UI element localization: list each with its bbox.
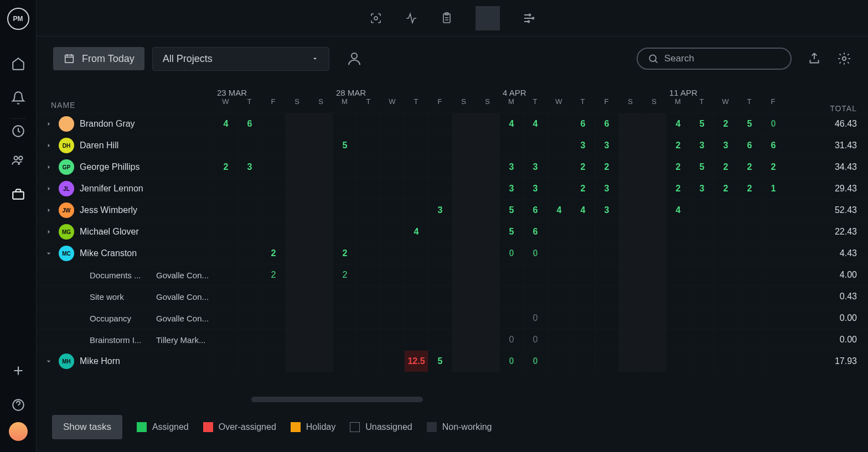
day-cell[interactable] xyxy=(737,264,761,286)
day-cell[interactable] xyxy=(618,308,642,329)
day-cell[interactable] xyxy=(214,243,237,264)
day-cell[interactable]: 4 xyxy=(666,200,690,221)
day-cell[interactable] xyxy=(237,200,261,221)
day-cell[interactable]: 6 xyxy=(523,200,547,221)
day-cell[interactable] xyxy=(571,221,595,243)
day-cell[interactable] xyxy=(428,243,452,264)
day-cell[interactable]: 4 xyxy=(404,221,428,243)
day-cell[interactable] xyxy=(333,351,356,372)
day-cell[interactable] xyxy=(237,329,261,351)
day-cell[interactable]: 3 xyxy=(523,178,547,200)
day-cell[interactable] xyxy=(404,329,428,351)
day-cell[interactable] xyxy=(380,157,404,178)
day-cell[interactable] xyxy=(452,308,476,329)
person-icon[interactable] xyxy=(346,50,363,67)
day-cell[interactable] xyxy=(428,113,452,135)
day-cell[interactable] xyxy=(428,221,452,243)
day-cell[interactable] xyxy=(261,308,285,329)
day-cell[interactable] xyxy=(737,221,761,243)
day-cell[interactable] xyxy=(714,200,737,221)
day-cell[interactable] xyxy=(309,351,333,372)
day-cell[interactable] xyxy=(309,200,333,221)
day-cell[interactable] xyxy=(714,308,737,329)
day-cell[interactable] xyxy=(666,286,690,308)
day-cell[interactable]: 5 xyxy=(499,221,523,243)
day-cell[interactable] xyxy=(380,135,404,157)
day-cell[interactable] xyxy=(309,243,333,264)
day-cell[interactable] xyxy=(737,329,761,351)
day-cell[interactable]: 2 xyxy=(666,178,690,200)
workload-icon[interactable] xyxy=(476,6,500,30)
day-cell[interactable] xyxy=(380,308,404,329)
person-name[interactable]: Jennifer Lennon xyxy=(80,184,143,194)
day-cell[interactable] xyxy=(404,135,428,157)
day-cell[interactable] xyxy=(595,329,618,351)
activity-icon[interactable] xyxy=(405,12,418,25)
person-name[interactable]: Michael Glover xyxy=(80,227,139,237)
day-cell[interactable] xyxy=(476,157,499,178)
day-cell[interactable] xyxy=(285,286,309,308)
day-cell[interactable] xyxy=(380,221,404,243)
day-cell[interactable] xyxy=(714,351,737,372)
day-cell[interactable] xyxy=(237,351,261,372)
day-cell[interactable] xyxy=(261,113,285,135)
day-cell[interactable] xyxy=(666,351,690,372)
day-cell[interactable] xyxy=(618,113,642,135)
help-icon[interactable] xyxy=(11,398,25,412)
day-cell[interactable] xyxy=(476,264,499,286)
day-cell[interactable] xyxy=(737,200,761,221)
day-cell[interactable] xyxy=(737,351,761,372)
day-cell[interactable] xyxy=(452,221,476,243)
day-cell[interactable]: 0 xyxy=(523,243,547,264)
day-cell[interactable] xyxy=(261,178,285,200)
day-cell[interactable] xyxy=(618,286,642,308)
day-cell[interactable]: 1 xyxy=(761,178,785,200)
day-cell[interactable]: 4 xyxy=(214,113,237,135)
day-cell[interactable] xyxy=(761,351,785,372)
day-cell[interactable] xyxy=(404,243,428,264)
day-cell[interactable] xyxy=(547,113,571,135)
day-cell[interactable] xyxy=(428,135,452,157)
day-cell[interactable] xyxy=(571,329,595,351)
day-cell[interactable] xyxy=(737,308,761,329)
day-cell[interactable]: 3 xyxy=(237,157,261,178)
day-cell[interactable] xyxy=(714,243,737,264)
day-cell[interactable] xyxy=(595,221,618,243)
day-cell[interactable] xyxy=(237,286,261,308)
day-cell[interactable] xyxy=(476,243,499,264)
day-cell[interactable] xyxy=(404,178,428,200)
gantt-icon[interactable] xyxy=(522,12,535,25)
day-cell[interactable] xyxy=(214,135,237,157)
day-cell[interactable] xyxy=(285,200,309,221)
day-cell[interactable] xyxy=(214,221,237,243)
day-cell[interactable] xyxy=(309,113,333,135)
day-cell[interactable] xyxy=(642,264,666,286)
day-cell[interactable] xyxy=(309,221,333,243)
day-cell[interactable] xyxy=(285,113,309,135)
day-cell[interactable] xyxy=(428,178,452,200)
day-cell[interactable] xyxy=(237,178,261,200)
day-cell[interactable] xyxy=(476,308,499,329)
chevron-down-icon[interactable] xyxy=(44,249,53,258)
day-cell[interactable] xyxy=(404,157,428,178)
chevron-right-icon[interactable] xyxy=(44,206,53,215)
day-cell[interactable] xyxy=(476,329,499,351)
day-cell[interactable]: 2 xyxy=(714,157,737,178)
day-cell[interactable]: 3 xyxy=(690,178,714,200)
day-cell[interactable] xyxy=(690,221,714,243)
day-cell[interactable] xyxy=(618,243,642,264)
day-cell[interactable] xyxy=(571,264,595,286)
day-cell[interactable] xyxy=(499,308,523,329)
day-cell[interactable] xyxy=(356,157,380,178)
day-cell[interactable] xyxy=(618,264,642,286)
day-cell[interactable] xyxy=(309,157,333,178)
day-cell[interactable] xyxy=(690,200,714,221)
day-cell[interactable] xyxy=(714,221,737,243)
day-cell[interactable] xyxy=(309,135,333,157)
day-cell[interactable] xyxy=(285,157,309,178)
day-cell[interactable]: 3 xyxy=(714,135,737,157)
day-cell[interactable] xyxy=(476,200,499,221)
day-cell[interactable] xyxy=(761,308,785,329)
day-cell[interactable] xyxy=(452,286,476,308)
day-cell[interactable] xyxy=(380,200,404,221)
